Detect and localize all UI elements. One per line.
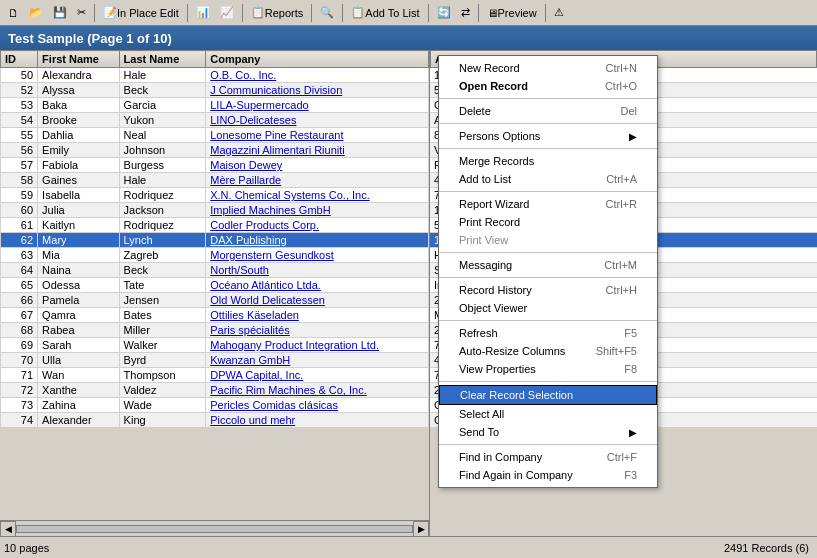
menu-item-find-again[interactable]: Find Again in CompanyF3 (439, 466, 657, 484)
cell-company[interactable]: Mahogany Product Integration Ltd. (206, 338, 429, 353)
cell-company[interactable]: Morgenstern Gesundkost (206, 248, 429, 263)
inplace-btn[interactable]: 📝 In Place Edit (99, 2, 183, 24)
col-header-first[interactable]: First Name (38, 51, 120, 68)
table-row[interactable]: 52AlyssaBeckJ Communications Division (1, 83, 429, 98)
cell-id: 62 (1, 233, 38, 248)
sep8 (545, 4, 546, 22)
table-row[interactable]: 59IsabellaRodriquezX.N. Chemical Systems… (1, 188, 429, 203)
cell-company[interactable]: X.N. Chemical Systems Co., Inc. (206, 188, 429, 203)
menu-item-report-wizard[interactable]: Report WizardCtrl+R (439, 195, 657, 213)
cut-btn[interactable]: ✂ (73, 2, 90, 24)
table-row[interactable]: 67QamraBatesOttilies Käseladen (1, 308, 429, 323)
cell-company[interactable]: Piccolo und mehr (206, 413, 429, 428)
cell-company[interactable]: Pacific Rim Machines & Co, Inc. (206, 383, 429, 398)
menu-shortcut: Shift+F5 (596, 345, 637, 357)
cell-company[interactable]: Implied Machines GmbH (206, 203, 429, 218)
save-btn[interactable]: 💾 (49, 2, 71, 24)
cell-last: Rodriquez (119, 188, 206, 203)
cell-company[interactable]: LILA-Supermercado (206, 98, 429, 113)
table-row[interactable]: 71WanThompsonDPWA Capital, Inc. (1, 368, 429, 383)
chart2-btn[interactable]: 📈 (216, 2, 238, 24)
table-row[interactable]: 69SarahWalkerMahogany Product Integratio… (1, 338, 429, 353)
cell-company[interactable]: DPWA Capital, Inc. (206, 368, 429, 383)
scroll-left-btn[interactable]: ◀ (0, 521, 16, 537)
sep3 (242, 4, 243, 22)
menu-item-print-record[interactable]: Print Record (439, 213, 657, 231)
menu-item-select-all[interactable]: Select All (439, 405, 657, 423)
table-row[interactable]: 54BrookeYukonLINO-Delicateses (1, 113, 429, 128)
menu-separator (439, 252, 657, 253)
col-header-company[interactable]: Company (206, 51, 429, 68)
cell-company[interactable]: Océano Atlántico Ltda. (206, 278, 429, 293)
table-row[interactable]: 66PamelaJensenOld World Delicatessen (1, 293, 429, 308)
new-btn[interactable]: 🗋 (4, 2, 23, 24)
menu-item-record-history[interactable]: Record HistoryCtrl+H (439, 281, 657, 299)
table-row[interactable]: 53BakaGarciaLILA-Supermercado (1, 98, 429, 113)
cell-company[interactable]: Mère Paillarde (206, 173, 429, 188)
cell-company[interactable]: DAX Publishing (206, 233, 429, 248)
horizontal-scroll[interactable]: ◀ ▶ (0, 520, 429, 536)
table-row[interactable]: 61KaitlynRodriquezCodler Products Corp. (1, 218, 429, 233)
table-row[interactable]: 65OdessaTateOcéano Atlántico Ltda. (1, 278, 429, 293)
scroll-right-btn[interactable]: ▶ (413, 521, 429, 537)
context-menu[interactable]: New RecordCtrl+NOpen RecordCtrl+ODeleteD… (438, 55, 658, 488)
table-row[interactable]: 57FabiolaBurgessMaison Dewey (1, 158, 429, 173)
table-row[interactable]: 50AlexandraHaleO.B. Co., Inc. (1, 68, 429, 83)
cell-company[interactable]: O.B. Co., Inc. (206, 68, 429, 83)
cell-company[interactable]: Magazzini Alimentari Riuniti (206, 143, 429, 158)
open-btn[interactable]: 📂 (25, 2, 47, 24)
menu-item-messaging[interactable]: MessagingCtrl+M (439, 256, 657, 274)
table-row[interactable]: 68RabeaMillerParis spécialités (1, 323, 429, 338)
menu-item-clear-record-selection[interactable]: Clear Record Selection (439, 385, 657, 405)
menu-item-find-in-company[interactable]: Find in CompanyCtrl+F (439, 448, 657, 466)
menu-item-label: Messaging (459, 259, 512, 271)
menu-item-refresh[interactable]: RefreshF5 (439, 324, 657, 342)
col-header-last[interactable]: Last Name (119, 51, 206, 68)
table-row[interactable]: 70UllaByrdKwanzan GmbH (1, 353, 429, 368)
table-row[interactable]: 55DahliaNealLonesome Pine Restaurant (1, 128, 429, 143)
cell-company[interactable]: Old World Delicatessen (206, 293, 429, 308)
scroll-track[interactable] (16, 525, 413, 533)
table-row[interactable]: 73ZahinaWadePericles Comidas clásicas (1, 398, 429, 413)
chart1-btn[interactable]: 📊 (192, 2, 214, 24)
table-scroll[interactable]: ID First Name Last Name Company 50Alexan… (0, 50, 429, 520)
menu-item-object-viewer[interactable]: Object Viewer (439, 299, 657, 317)
menu-item-new-record[interactable]: New RecordCtrl+N (439, 59, 657, 77)
cell-company[interactable]: Codler Products Corp. (206, 218, 429, 233)
cell-company[interactable]: Maison Dewey (206, 158, 429, 173)
table-row[interactable]: 74AlexanderKingPiccolo und mehr (1, 413, 429, 428)
table-row[interactable]: 63MiaZagrebMorgenstern Gesundkost (1, 248, 429, 263)
cell-company[interactable]: Kwanzan GmbH (206, 353, 429, 368)
menu-item-merge-records[interactable]: Merge Records (439, 152, 657, 170)
cell-company[interactable]: Pericles Comidas clásicas (206, 398, 429, 413)
cell-company[interactable]: Ottilies Käseladen (206, 308, 429, 323)
table-row[interactable]: 58GainesHaleMère Paillarde (1, 173, 429, 188)
preview-btn[interactable]: 🖥 Preview (483, 2, 541, 24)
col-header-id[interactable]: ID (1, 51, 38, 68)
table-row[interactable]: 60JuliaJacksonImplied Machines GmbH (1, 203, 429, 218)
table-row[interactable]: 62MaryLynchDAX Publishing (1, 233, 429, 248)
cell-company[interactable]: J Communications Division (206, 83, 429, 98)
menu-item-view-properties[interactable]: View PropertiesF8 (439, 360, 657, 378)
table-row[interactable]: 56EmilyJohnsonMagazzini Alimentari Riuni… (1, 143, 429, 158)
menu-item-send-to[interactable]: Send To▶ (439, 423, 657, 441)
menu-item-auto-resize[interactable]: Auto-Resize ColumnsShift+F5 (439, 342, 657, 360)
refresh-btn[interactable]: 🔄 (433, 2, 455, 24)
menu-item-delete[interactable]: DeleteDel (439, 102, 657, 120)
cell-last: Wade (119, 398, 206, 413)
warn-btn[interactable]: ⚠ (550, 2, 568, 24)
cell-company[interactable]: Lonesome Pine Restaurant (206, 128, 429, 143)
cell-company[interactable]: Paris spécialités (206, 323, 429, 338)
reports-btn[interactable]: 📋 Reports (247, 2, 308, 24)
cell-company[interactable]: North/South (206, 263, 429, 278)
cell-company[interactable]: LINO-Delicateses (206, 113, 429, 128)
addtolist-btn[interactable]: 📋 Add To List (347, 2, 423, 24)
menu-item-persons-options[interactable]: Persons Options▶ (439, 127, 657, 145)
table-row[interactable]: 72XantheValdezPacific Rim Machines & Co,… (1, 383, 429, 398)
cell-first: Alexandra (38, 68, 120, 83)
table-row[interactable]: 64NainaBeckNorth/South (1, 263, 429, 278)
find-btn[interactable]: 🔍 (316, 2, 338, 24)
menu-item-open-record[interactable]: Open RecordCtrl+O (439, 77, 657, 95)
menu-item-add-to-list[interactable]: Add to ListCtrl+A (439, 170, 657, 188)
sync-btn[interactable]: ⇄ (457, 2, 474, 24)
